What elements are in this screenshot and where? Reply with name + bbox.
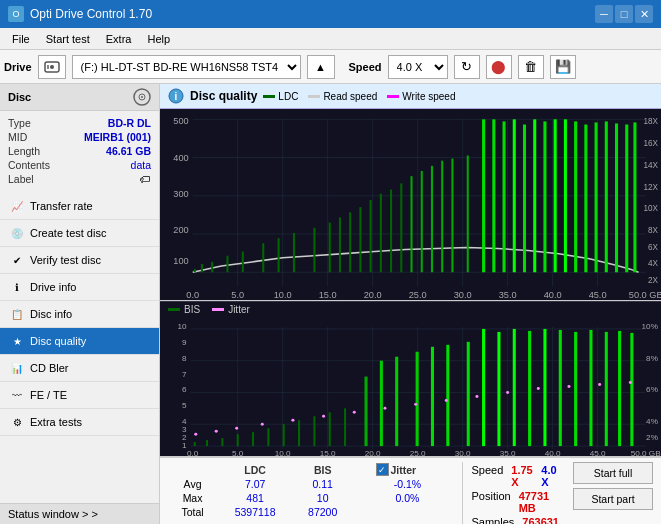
drive-selector[interactable]: (F:) HL-DT-ST BD-RE WH16NS58 TST4 xyxy=(72,55,301,79)
avg-label: Avg xyxy=(168,477,217,491)
svg-point-163 xyxy=(353,411,356,414)
nav-label-disc-quality: Disc quality xyxy=(30,335,86,347)
svg-rect-156 xyxy=(630,333,633,446)
mid-value: MEIRB1 (001) xyxy=(84,131,151,143)
svg-rect-72 xyxy=(492,119,495,272)
record-button[interactable]: ⬤ xyxy=(486,55,512,79)
cd-bler-icon: 📊 xyxy=(10,361,24,375)
svg-point-159 xyxy=(235,427,238,430)
svg-point-158 xyxy=(215,430,218,433)
svg-text:9: 9 xyxy=(182,338,187,347)
svg-rect-87 xyxy=(160,317,661,456)
svg-point-170 xyxy=(567,385,570,388)
sidebar-item-disc-info[interactable]: 📋 Disc info xyxy=(0,301,159,328)
svg-rect-56 xyxy=(313,228,315,272)
start-full-button[interactable]: Start full xyxy=(573,462,653,484)
start-part-button[interactable]: Start part xyxy=(573,488,653,510)
svg-text:20.0: 20.0 xyxy=(365,449,381,456)
position-value-stat: 47731 MB xyxy=(519,490,559,514)
svg-rect-61 xyxy=(370,200,372,272)
menu-help[interactable]: Help xyxy=(139,31,178,47)
nav-label-create-test-disc: Create test disc xyxy=(30,227,106,239)
sidebar-item-create-test-disc[interactable]: 💿 Create test disc xyxy=(0,220,159,247)
sidebar-item-cd-bler[interactable]: 📊 CD Bler xyxy=(0,355,159,382)
svg-rect-136 xyxy=(313,416,315,446)
svg-text:25.0: 25.0 xyxy=(409,290,427,300)
sidebar-item-disc-quality[interactable]: ★ Disc quality xyxy=(0,328,159,355)
drive-label: Drive xyxy=(4,61,32,73)
svg-point-5 xyxy=(141,96,143,98)
extra-tests-icon: ⚙ xyxy=(10,415,24,429)
svg-text:2X: 2X xyxy=(648,276,659,285)
menu-extra[interactable]: Extra xyxy=(98,31,140,47)
svg-text:400: 400 xyxy=(173,153,188,163)
drive-icon-btn[interactable] xyxy=(38,55,66,79)
maximize-button[interactable]: □ xyxy=(615,5,633,23)
sidebar-item-transfer-rate[interactable]: 📈 Transfer rate xyxy=(0,193,159,220)
svg-rect-154 xyxy=(605,332,608,446)
sidebar-item-extra-tests[interactable]: ⚙ Extra tests xyxy=(0,409,159,436)
svg-rect-48 xyxy=(194,269,196,272)
legend-read-speed: Read speed xyxy=(308,91,377,102)
speed-selector[interactable]: 4.0 X xyxy=(388,55,448,79)
bis-chart: 10 9 8 7 6 5 4 3 2 1 10% 8% 6% 4% 2% xyxy=(160,317,661,457)
sidebar-item-fe-te[interactable]: 〰 FE / TE xyxy=(0,382,159,409)
bis-legend-label: BIS xyxy=(184,304,200,315)
menu-file[interactable]: File xyxy=(4,31,38,47)
nav-label-fe-te: FE / TE xyxy=(30,389,67,401)
svg-rect-137 xyxy=(329,412,331,446)
bis-legend-header: BIS Jitter xyxy=(160,301,661,317)
title-bar: O Opti Drive Control 1.70 ─ □ ✕ xyxy=(0,0,661,28)
svg-rect-59 xyxy=(349,212,351,272)
sidebar-item-verify-test-disc[interactable]: ✔ Verify test disc xyxy=(0,247,159,274)
svg-rect-76 xyxy=(533,119,536,272)
svg-point-168 xyxy=(506,391,509,394)
menu-start-test[interactable]: Start test xyxy=(38,31,98,47)
nav-label-cd-bler: CD Bler xyxy=(30,362,69,374)
minimize-button[interactable]: ─ xyxy=(595,5,613,23)
svg-rect-66 xyxy=(421,171,423,272)
svg-point-162 xyxy=(322,415,325,418)
eject-button[interactable]: ▲ xyxy=(307,55,335,79)
svg-rect-131 xyxy=(237,434,239,446)
disc-quality-header-icon: i xyxy=(168,88,184,104)
status-window-button[interactable]: Status window > > xyxy=(0,503,159,524)
contents-label: Contents xyxy=(8,159,50,171)
drive-bar: Drive (F:) HL-DT-ST BD-RE WH16NS58 TST4 … xyxy=(0,50,661,84)
refresh-button[interactable]: ↻ xyxy=(454,55,480,79)
svg-rect-129 xyxy=(206,440,208,446)
close-button[interactable]: ✕ xyxy=(635,5,653,23)
disc-info-icon: 📋 xyxy=(10,307,24,321)
svg-rect-149 xyxy=(528,331,531,446)
svg-rect-82 xyxy=(595,122,598,272)
disc-header: Disc xyxy=(0,84,159,111)
save-button[interactable]: 💾 xyxy=(550,55,576,79)
svg-text:300: 300 xyxy=(173,189,188,199)
sidebar-item-drive-info[interactable]: ℹ Drive info xyxy=(0,274,159,301)
svg-text:10%: 10% xyxy=(642,322,658,331)
disc-quality-header: i Disc quality LDC Read speed Write spee… xyxy=(160,84,661,109)
app-icon: O xyxy=(8,6,24,22)
write-speed-color xyxy=(387,95,399,98)
type-value: BD-R DL xyxy=(108,117,151,129)
svg-rect-75 xyxy=(523,124,526,272)
svg-rect-70 xyxy=(467,155,469,272)
svg-text:10: 10 xyxy=(178,322,188,331)
label-icon: 🏷 xyxy=(140,173,151,185)
svg-text:6X: 6X xyxy=(648,242,659,251)
svg-text:8X: 8X xyxy=(648,226,659,235)
erase-button[interactable]: 🗑 xyxy=(518,55,544,79)
nav-label-disc-info: Disc info xyxy=(30,308,72,320)
jitter-checkbox[interactable]: ✓ xyxy=(376,463,389,476)
svg-point-171 xyxy=(598,383,601,386)
svg-text:50.0 GB: 50.0 GB xyxy=(631,449,661,456)
total-ldc: 5397118 xyxy=(217,505,293,519)
svg-rect-78 xyxy=(554,119,557,272)
svg-rect-133 xyxy=(267,428,269,446)
svg-rect-81 xyxy=(584,124,587,272)
stats-table: LDC BIS ✓ Jitter Avg 7.07 0.11 xyxy=(168,462,462,524)
svg-text:4%: 4% xyxy=(646,417,658,426)
svg-rect-51 xyxy=(226,256,228,273)
jitter-legend-label: Jitter xyxy=(228,304,250,315)
svg-text:10X: 10X xyxy=(643,204,658,213)
